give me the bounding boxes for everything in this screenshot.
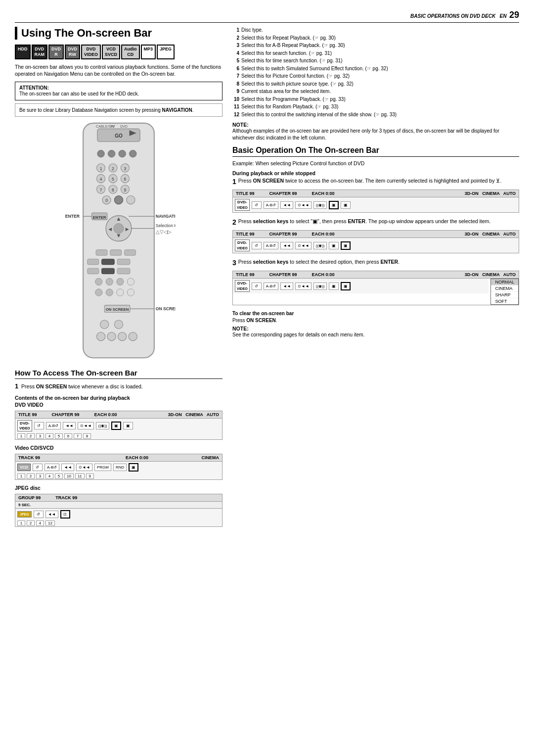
num-j4: 4: [36, 520, 44, 526]
osb-vcd-prev: ◄◄: [61, 464, 74, 471]
list-item-10: 10Select this for Programme Playback. (☞…: [232, 96, 519, 103]
svg-text:ENTER: ENTER: [65, 214, 80, 219]
num-3: 3: [36, 433, 44, 439]
osb-b3-ab: A-B↺: [264, 283, 278, 290]
osb-pic-btn: ▣: [111, 422, 121, 430]
num-v2: 2: [27, 473, 35, 479]
svg-point-6: [130, 150, 136, 157]
step1-access: 1 Press ON SCREEN twice whenever a disc …: [15, 382, 222, 391]
svg-rect-45: [110, 250, 122, 256]
step1-text: Press ON SCREEN twice to access the on-s…: [238, 177, 502, 185]
intro-text: The on-screen bar allows you to control …: [15, 63, 222, 78]
osb-b2-repeat: ↺: [252, 242, 262, 249]
num-8: 8: [83, 433, 91, 439]
osb-b3-pic: ▣: [329, 283, 339, 290]
osb-jpeg: GROUP 99 TRACK 99 5 SEC. JPEG ↺ ◄◄ ⊡ 1 2…: [15, 494, 222, 527]
num-7: 7: [74, 433, 82, 439]
dvd-video-heading: DVD VIDEO: [15, 402, 222, 408]
num-4: 4: [45, 433, 53, 439]
svg-rect-51: [102, 268, 115, 274]
osb-b1-prev: ◄◄: [280, 201, 293, 209]
svg-text:2: 2: [112, 166, 114, 171]
osb-b2-surround: ((◉)): [313, 242, 327, 249]
svg-rect-44: [96, 250, 107, 256]
osb-b3-prev: ◄◄: [280, 283, 293, 290]
svg-point-56: [127, 278, 134, 285]
num-v11: 11: [75, 473, 85, 479]
header-title: BASIC OPERATIONS ON DVD DECK: [410, 13, 495, 19]
svg-point-28: [127, 195, 135, 204]
svg-point-53: [95, 278, 102, 285]
list-item-7: 7Select this for Picture Control functio…: [232, 73, 519, 80]
osb-dvd-badge: DVD- VIDEO: [17, 420, 32, 431]
osb-basic1-main: DVD- VIDEO ↺ A-B↺ ◄◄ ⊙◄◄ ((◉)) ▣ ▣: [233, 197, 519, 212]
svg-point-58: [106, 289, 113, 296]
list-item-3: 3Select this for A-B Repeat Playback. (☞…: [232, 42, 519, 49]
svg-point-4: [108, 150, 115, 157]
num-1: 1: [17, 433, 25, 439]
svg-point-65: [100, 320, 109, 329]
osb-basic1-badge: DVD- VIDEO: [235, 199, 250, 210]
svg-rect-50: [88, 268, 99, 274]
attention-box: ATTENTION: The on-screen bar can also be…: [15, 82, 222, 100]
osb-vcd-prgm: PRGM: [94, 464, 111, 471]
list-item-6: 6Select this to switch Simulated Surroun…: [232, 65, 519, 72]
bottom-note-text: See the corresponding pages for details …: [232, 331, 519, 338]
num-2: 2: [27, 433, 35, 439]
svg-point-27: [114, 195, 123, 204]
list-item-11: 11Select this for Random Playback. (☞ pg…: [232, 103, 519, 110]
svg-rect-52: [117, 268, 130, 274]
osb-b3-repeat: ↺: [252, 283, 262, 290]
num-j2: 2: [27, 520, 35, 526]
clear-heading-text: To clear the on-screen bar Press ON SCRE…: [232, 310, 519, 324]
right-column: 1Disc type. 2Select this for Repeat Play…: [232, 27, 519, 532]
svg-point-70: [129, 332, 137, 340]
osb-track: TRACK 99: [18, 455, 40, 460]
left-column: Using The On-screen Bar HDD DVDRAM DVDR …: [15, 27, 222, 532]
clear-section: To clear the on-screen bar Press ON SCRE…: [232, 310, 519, 338]
svg-text:Selection Keys: Selection Keys: [156, 223, 176, 228]
osb-b1-repeat: ↺: [252, 201, 262, 209]
badge-dvd-ram: DVDRAM: [32, 45, 48, 59]
osb-vcd-badge: VCD: [17, 464, 31, 471]
osb-b3-search: ⊙◄◄: [295, 283, 312, 290]
osb-b2-ab: A-B↺: [264, 242, 278, 249]
osb-b1-src: ▣: [341, 201, 351, 209]
badge-jpeg: JPEG: [157, 45, 175, 59]
list-item-2: 2Select this for Repeat Playback. (☞ pg.…: [232, 35, 519, 42]
svg-point-66: [114, 320, 123, 329]
svg-text:6: 6: [124, 177, 127, 182]
osb-vcd-top-bar: TRACK 99 EACH 0:00 CINEMA: [15, 454, 222, 462]
svg-text:4: 4: [100, 177, 102, 182]
page-header: BASIC OPERATIONS ON DVD DECK EN 29: [15, 10, 519, 23]
list-item-1: 1Disc type.: [232, 27, 519, 34]
osb-chapter: CHAPTER 99: [52, 412, 80, 417]
osb-dvd-top-bar: TITLE 99 CHAPTER 99 EACH 0:00 3D-ON CINE…: [15, 411, 222, 419]
section2-intro: Example: When selecting Picture Control …: [232, 160, 519, 167]
nav-word: NAVIGATION: [162, 107, 192, 113]
osb-b1-pic: ▣: [329, 201, 339, 209]
osb-b1-search: ⊙◄◄: [295, 201, 312, 209]
compat-badges: HDD DVDRAM DVDR DVDRW DVDVIDEO VCDSVCD A…: [15, 45, 222, 59]
bottom-note-label: NOTE:: [232, 326, 249, 331]
osb-track-jpeg: TRACK 99: [55, 495, 77, 500]
osb-src-btn: ▣: [123, 422, 133, 429]
svg-point-59: [117, 289, 124, 296]
osb-search-btn: ⊙◄◄: [78, 422, 94, 429]
osb-jpeg-prev: ◄◄: [45, 511, 58, 518]
osb-jpeg-sub-bar: 5 SEC.: [15, 502, 222, 509]
osb-basic2-top: TITLE 99 CHAPTER 99 EACH 0:00 3D-ON CINE…: [233, 231, 519, 238]
badge-dvd-rw: DVDRW: [65, 45, 80, 59]
svg-text:7: 7: [100, 188, 102, 192]
list-item-9: 9Current status area for the selected it…: [232, 88, 519, 95]
contents-heading: Contents of the on-screen bar during pla…: [15, 395, 222, 401]
svg-text:►: ►: [125, 226, 130, 232]
svg-text:TV: TV: [110, 124, 115, 128]
svg-point-68: [107, 332, 116, 340]
popup-sharp: SHARP: [491, 292, 518, 298]
osb-b2-pic: ▣: [329, 242, 339, 249]
osb-b3-surround: ((◉)): [313, 283, 327, 290]
remote-diagram: GO 1 2 3 4 5 6 7: [62, 122, 176, 364]
svg-point-69: [118, 332, 127, 340]
main-title: Using The On-screen Bar: [15, 27, 222, 40]
